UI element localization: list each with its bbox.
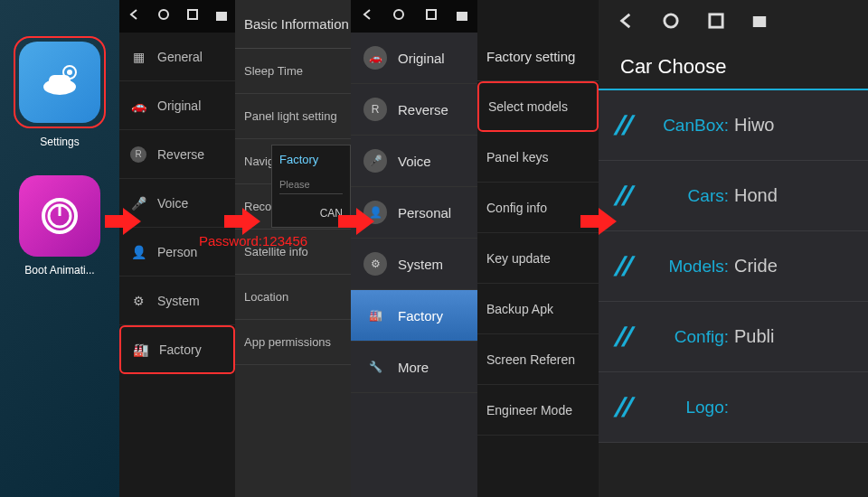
car-choose-panel: Car Choose // CanBox: Hiwo // Cars: Hond… <box>599 0 868 497</box>
wrench-icon: 🔧 <box>363 355 387 379</box>
password-hint: Password:123456 <box>199 233 307 248</box>
svg-rect-9 <box>188 10 197 19</box>
gallery-icon[interactable] <box>752 14 767 31</box>
gear-icon: ⚙ <box>363 252 387 276</box>
settings-icon <box>19 42 100 123</box>
recent-icon[interactable] <box>425 8 438 24</box>
row-panel-keys[interactable]: Panel keys <box>477 132 599 183</box>
person-icon: 👤 <box>128 242 148 262</box>
reverse-icon: R <box>128 145 148 164</box>
recent-icon[interactable] <box>707 12 725 33</box>
svg-marker-16 <box>580 208 617 235</box>
row-location[interactable]: Location <box>235 275 351 320</box>
row-select-models[interactable]: Select models <box>477 81 599 132</box>
sidebar-item-factory[interactable]: 🏭Factory <box>351 290 477 342</box>
android-navbar <box>119 0 235 33</box>
field-value: Publi <box>734 326 774 347</box>
row-panel-light[interactable]: Panel light setting <box>235 94 351 139</box>
svg-marker-7 <box>105 208 141 235</box>
power-icon <box>19 175 100 257</box>
home-icon[interactable] <box>157 8 170 24</box>
row-key-update[interactable]: Key update <box>477 233 599 284</box>
android-navbar <box>351 0 477 33</box>
dialog-title: Factory <box>279 153 343 166</box>
svg-marker-12 <box>338 208 374 235</box>
factory-icon: 🏭 <box>130 340 150 360</box>
back-icon[interactable] <box>127 8 140 24</box>
page-title: Car Choose <box>599 45 868 90</box>
svg-point-13 <box>394 10 403 19</box>
gear-icon: ⚙ <box>128 291 148 311</box>
row-engineer-mode[interactable]: Engineer Mode <box>477 385 599 436</box>
basic-info-panel: Basic Information Sleep Time Panel light… <box>235 0 351 497</box>
svg-rect-19 <box>753 16 766 27</box>
home-icon[interactable] <box>662 12 680 33</box>
password-input[interactable]: Please <box>279 179 343 194</box>
svg-rect-15 <box>457 12 467 21</box>
app-boot-animation[interactable]: Boot Animati... <box>19 175 100 277</box>
factory-settings-panel: Factory setting Select models Panel keys… <box>477 0 599 497</box>
arrow-icon <box>580 208 617 235</box>
sidebar-item-original[interactable]: 🚗Original <box>351 33 477 84</box>
row-sleep-time[interactable]: Sleep Time <box>235 49 351 94</box>
gallery-icon[interactable] <box>457 8 467 24</box>
row-screen-reference[interactable]: Screen Referen <box>477 334 599 385</box>
svg-point-8 <box>159 10 168 19</box>
arrow-icon <box>105 208 141 235</box>
svg-rect-14 <box>427 10 436 19</box>
app-label: Boot Animati... <box>24 264 94 277</box>
field-models[interactable]: // Models: Cride <box>599 231 868 302</box>
panel-title: Factory setting <box>477 33 599 81</box>
sidebar-item-more[interactable]: 🔧More <box>351 342 477 393</box>
svg-point-17 <box>665 14 677 27</box>
settings-sidebar: ▦General 🚗Original RReverse 🎤Voice 👤Pers… <box>119 0 235 497</box>
app-label: Settings <box>40 136 79 148</box>
row-backup-apk[interactable]: Backup Apk <box>477 284 599 334</box>
arrow-icon <box>338 208 374 235</box>
grid-icon: ▦ <box>128 47 148 67</box>
svg-point-3 <box>67 70 72 75</box>
mic-icon: 🎤 <box>363 149 387 173</box>
settings-sidebar-2: 🚗Original RReverse 🎤Voice 👤Personal ⚙Sys… <box>351 0 477 497</box>
car-icon: 🚗 <box>363 46 387 70</box>
sidebar-item-system[interactable]: ⚙System <box>119 277 235 325</box>
back-icon[interactable] <box>617 12 635 33</box>
cancel-button[interactable]: CAN <box>279 207 343 220</box>
panel-title: Basic Information <box>235 0 351 49</box>
svg-rect-1 <box>49 75 71 88</box>
field-canbox[interactable]: // CanBox: Hiwo <box>599 90 868 161</box>
field-value: Cride <box>734 256 778 277</box>
row-app-permissions[interactable]: App permissions <box>235 320 351 365</box>
recent-icon[interactable] <box>186 8 199 24</box>
sidebar-item-system[interactable]: ⚙System <box>351 239 477 290</box>
car-icon: 🚗 <box>128 96 148 116</box>
field-config[interactable]: // Config: Publi <box>599 302 868 372</box>
sidebar-item-general[interactable]: ▦General <box>119 33 235 81</box>
factory-icon: 🏭 <box>363 304 387 327</box>
arrow-icon <box>224 208 260 235</box>
android-navbar <box>599 0 868 45</box>
reverse-icon: R <box>363 98 387 121</box>
sidebar-item-original[interactable]: 🚗Original <box>119 81 235 130</box>
back-icon[interactable] <box>361 8 373 24</box>
field-logo[interactable]: // Logo: <box>599 372 868 443</box>
field-cars[interactable]: // Cars: Hond <box>599 161 868 231</box>
field-value: Hiwo <box>734 115 774 136</box>
svg-rect-18 <box>710 14 722 27</box>
sidebar-item-reverse[interactable]: RReverse <box>351 84 477 136</box>
sidebar-item-factory[interactable]: 🏭Factory <box>119 325 235 374</box>
svg-marker-11 <box>224 208 260 235</box>
svg-rect-10 <box>216 12 227 21</box>
sidebar-item-reverse[interactable]: RReverse <box>119 130 235 179</box>
app-settings[interactable]: Settings <box>19 36 100 148</box>
sidebar-item-voice[interactable]: 🎤Voice <box>351 136 477 187</box>
home-icon[interactable] <box>392 8 405 24</box>
field-value: Hond <box>734 185 778 206</box>
gallery-icon[interactable] <box>216 8 227 24</box>
home-panel: Settings Boot Animati... <box>0 0 119 497</box>
